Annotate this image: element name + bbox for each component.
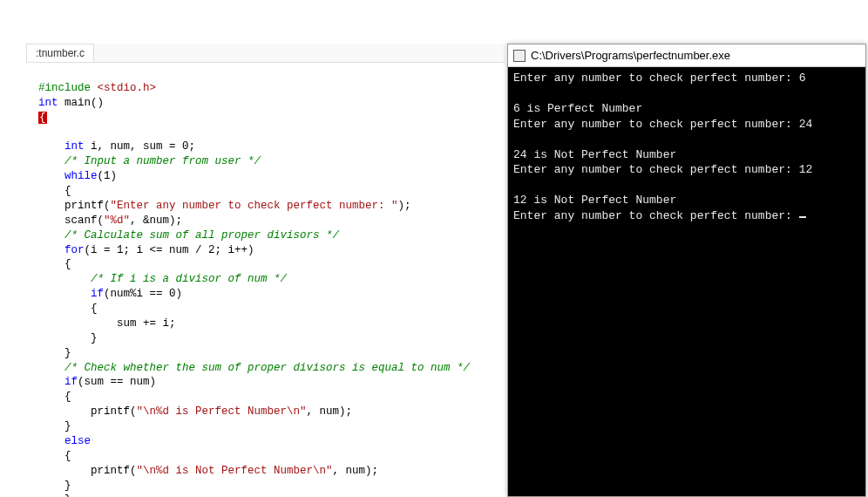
brace: { — [64, 450, 71, 462]
keyword-int: int — [64, 140, 85, 153]
string-literal: "\n%d is Perfect Number\n" — [137, 405, 307, 418]
console-line: Enter any number to check perfect number… — [513, 163, 812, 176]
console-line: Enter any number to check perfect number… — [513, 71, 805, 85]
fn-printf: printf — [91, 405, 130, 418]
console-line: 12 is Not Perfect Number — [513, 194, 676, 207]
keyword-if: if — [64, 376, 78, 388]
code-editor[interactable]: :tnumber.c #include <stdio.h> int main()… — [26, 44, 505, 497]
console-output[interactable]: Enter any number to check perfect number… — [508, 67, 865, 496]
file-tab[interactable]: :tnumber.c — [26, 44, 94, 62]
parens: () — [91, 97, 104, 109]
brace: } — [64, 494, 71, 497]
comment: /* Check whether the sum of proper divis… — [64, 362, 470, 374]
console-line: Enter any number to check perfect number… — [513, 118, 812, 131]
keyword-else: else — [64, 435, 91, 447]
decl-vars: i, num, sum = 0; — [85, 140, 196, 153]
fn-scanf: scanf — [64, 214, 98, 227]
brace: } — [64, 480, 71, 492]
brace: { — [64, 258, 71, 270]
include-path: <stdio.h> — [91, 82, 156, 94]
console-line: 6 is Perfect Number — [513, 102, 642, 115]
console-cursor — [799, 216, 806, 218]
string-literal: "%d" — [104, 214, 130, 227]
fn-printf: printf — [64, 200, 104, 212]
keyword-while: while — [64, 170, 98, 182]
for-cond: (i = 1; i <= num / 2; i++) — [85, 244, 254, 256]
keyword-if: if — [91, 288, 104, 300]
brace: { — [64, 391, 71, 403]
comment: /* Input a number from user */ — [64, 155, 261, 167]
console-title-text: C:\Drivers\Programs\perfectnumber.exe — [531, 49, 730, 62]
tab-bar: :tnumber.c — [26, 44, 505, 63]
fn-printf: printf — [91, 465, 130, 477]
comment: /* Calculate sum of all proper divisors … — [64, 229, 339, 242]
console-line: 24 is Not Perfect Number — [513, 148, 676, 161]
brace: } — [64, 420, 71, 432]
if-cond: (sum == num) — [78, 376, 156, 388]
keyword-for: for — [64, 244, 85, 256]
keyword-int: int — [38, 97, 58, 109]
brace: { — [91, 303, 98, 315]
while-cond: (1) — [98, 170, 118, 182]
console-line: Enter any number to check perfect number… — [513, 209, 799, 222]
brace: { — [64, 185, 71, 197]
console-icon — [513, 50, 526, 62]
console-window[interactable]: C:\Drivers\Programs\perfectnumber.exe En… — [507, 44, 866, 497]
string-literal: "Enter any number to check perfect numbe… — [111, 200, 398, 212]
stmt: sum += i; — [117, 317, 176, 330]
preprocessor: #include — [38, 82, 91, 94]
brace-open-main: { — [38, 112, 47, 124]
fn-main: main — [58, 97, 92, 109]
comment: /* If i is a divisor of num */ — [91, 273, 287, 285]
if-cond: (num%i == 0) — [104, 288, 182, 300]
code-area[interactable]: #include <stdio.h> int main() { int i, n… — [26, 63, 505, 497]
brace: } — [91, 332, 98, 344]
brace: } — [64, 347, 71, 359]
console-titlebar[interactable]: C:\Drivers\Programs\perfectnumber.exe — [508, 44, 865, 67]
string-literal: "\n%d is Not Perfect Number\n" — [137, 465, 333, 477]
